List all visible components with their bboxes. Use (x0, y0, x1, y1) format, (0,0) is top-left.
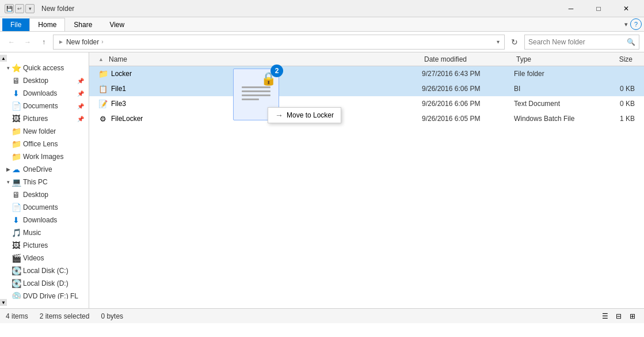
tab-file[interactable]: File (2, 18, 29, 31)
sidebar-label: Music (23, 229, 41, 237)
sidebar-label: Office Lens (23, 140, 58, 148)
sidebar-label: This PC (23, 178, 48, 186)
table-row[interactable]: 📝 File3 9/26/2016 6:06 PM Text Document … (89, 96, 644, 111)
sidebar-item-downloads-qa[interactable]: ⬇ Downloads 📌 (0, 87, 89, 100)
file-date: 9/27/2016 6:43 PM (422, 70, 514, 78)
sidebar-item-onedrive[interactable]: ▶ ☁ OneDrive (0, 163, 89, 176)
sidebar-label: Pictures (23, 115, 48, 123)
col-header-type[interactable]: Type (514, 55, 589, 63)
table-row[interactable]: 📁 Locker 9/27/2016 6:43 PM File folder (89, 66, 644, 81)
address-dropdown-button[interactable]: ▾ (497, 39, 500, 45)
tab-view[interactable]: View (101, 18, 133, 31)
col-type-label: Type (516, 55, 531, 63)
status-bar: 4 items 2 items selected 0 bytes ☰ ⊟ ⊞ (0, 308, 644, 323)
path-chevron: ► (58, 39, 64, 45)
sidebar-label: Work Images (23, 153, 63, 161)
file-size: 0 KB (589, 100, 635, 108)
col-date-label: Date modified (424, 55, 467, 63)
view-list-button[interactable]: ☰ (599, 311, 611, 322)
sidebar-label: Quick access (23, 64, 64, 72)
sidebar-item-local-d[interactable]: 💽 Local Disk (D:) (0, 277, 89, 290)
bat-file-icon: ⚙ (98, 114, 108, 123)
sidebar-label: Local Disk (C:) (23, 267, 68, 275)
sidebar-item-new-folder[interactable]: 📁 New folder (0, 125, 89, 138)
view-controls: ☰ ⊟ ⊞ (599, 311, 638, 322)
path-segment: New folder (66, 38, 99, 46)
sidebar-label: DVD Drive (F:) FL (23, 292, 78, 299)
status-item-count: 4 items (6, 312, 28, 320)
documents-icon: 📄 (12, 203, 21, 212)
window-title: New folder (41, 5, 74, 13)
sidebar-item-dvd-f[interactable]: 💿 DVD Drive (F:) FL (0, 290, 89, 299)
file-type: Text Document (514, 100, 589, 108)
save-quick-btn[interactable]: 💾 (5, 4, 14, 13)
view-details-button[interactable]: ⊟ (613, 311, 624, 322)
sidebar-item-this-pc[interactable]: ▾ 💻 This PC (0, 176, 89, 188)
file-size: 1 KB (589, 115, 635, 123)
search-input[interactable] (528, 38, 624, 46)
sidebar-item-office-lens[interactable]: 📁 Office Lens (0, 138, 89, 150)
onedrive-icon: ☁ (12, 165, 21, 174)
sidebar-item-music[interactable]: 🎵 Music (0, 226, 89, 239)
sidebar-item-documents-pc[interactable]: 📄 Documents (0, 201, 89, 214)
address-path[interactable]: ► New folder › ▾ (53, 35, 505, 50)
tooltip-label: Move to Locker (287, 111, 334, 119)
sidebar-item-pictures-pc[interactable]: 🖼 Pictures (0, 239, 89, 252)
search-box[interactable]: 🔍 (524, 35, 639, 50)
nav-up-button[interactable]: ↑ (37, 35, 51, 49)
nav-forward-button[interactable]: → (21, 35, 35, 49)
disk-icon: 💽 (12, 266, 21, 275)
redo-quick-btn[interactable]: ▾ (25, 4, 35, 13)
file-date: 9/26/2016 6:06 PM (422, 100, 514, 108)
nav-back-button[interactable]: ← (5, 35, 18, 49)
sidebar-scroll-down[interactable]: ▼ (0, 299, 7, 306)
file-name: FileLocker (111, 115, 422, 123)
sidebar-item-local-c[interactable]: 💽 Local Disk (C:) (0, 264, 89, 277)
downloads-icon: ⬇ (12, 89, 21, 98)
refresh-button[interactable]: ↻ (507, 35, 522, 50)
sidebar-item-documents-qa[interactable]: 📄 Documents 📌 (0, 100, 89, 112)
col-header-date[interactable]: Date modified (422, 55, 514, 63)
expand-icon: ▾ (5, 65, 12, 71)
table-row[interactable]: 📋 File1 9/26/2016 6:06 PM BI 0 KB (89, 81, 644, 96)
close-button[interactable]: ✕ (613, 0, 639, 17)
undo-quick-btn[interactable]: ↩ (15, 4, 24, 13)
computer-icon: 💻 (12, 177, 21, 187)
sidebar-label: Videos (23, 254, 44, 262)
file-type: BI (514, 85, 589, 93)
sidebar-label: New folder (23, 127, 56, 135)
window-controls: ─ □ ✕ (558, 0, 639, 17)
file-icon: 📝 (98, 99, 108, 108)
dvd-icon: 💿 (12, 291, 21, 299)
sidebar-item-work-images[interactable]: 📁 Work Images (0, 150, 89, 163)
title-bar: 💾 ↩ ▾ New folder ─ □ ✕ (0, 0, 644, 17)
col-header-name[interactable]: Name (106, 55, 422, 63)
content-area: ▲ Name Date modified Type Size 📁 Locker … (89, 52, 644, 308)
maximize-button[interactable]: □ (585, 0, 612, 17)
sidebar-item-pictures-qa[interactable]: 🖼 Pictures 📌 (0, 112, 89, 125)
tooltip-arrow-icon: → (275, 111, 283, 120)
minimize-button[interactable]: ─ (558, 0, 584, 17)
view-tiles-button[interactable]: ⊞ (627, 311, 638, 322)
table-row[interactable]: ⚙ FileLocker 9/26/2016 6:05 PM Windows B… (89, 111, 644, 126)
expand-icon: ▾ (5, 179, 12, 185)
tab-home[interactable]: Home (29, 18, 65, 31)
file-type: File folder (514, 70, 589, 78)
file-size: 0 KB (589, 85, 635, 93)
sidebar-item-desktop-qa[interactable]: 🖥 Desktop 📌 (0, 74, 89, 87)
col-sort-arrow: ▲ (98, 56, 105, 62)
sidebar-item-videos[interactable]: 🎬 Videos (0, 252, 89, 264)
sidebar-label: Desktop (23, 191, 48, 199)
column-headers: ▲ Name Date modified Type Size (89, 52, 644, 66)
sidebar-item-downloads-pc[interactable]: ⬇ Downloads (0, 214, 89, 226)
sidebar-label: Pictures (23, 241, 48, 249)
col-name-label: Name (109, 55, 127, 63)
pictures-icon: 🖼 (12, 114, 21, 123)
disk-icon: 💽 (12, 279, 21, 288)
help-button[interactable]: ? (630, 18, 642, 30)
sidebar-item-desktop-pc[interactable]: 🖥 Desktop (0, 188, 89, 201)
sidebar-item-quick-access[interactable]: ▾ ⭐ Quick access (0, 62, 89, 74)
tab-share[interactable]: Share (65, 18, 101, 31)
col-header-size[interactable]: Size (589, 55, 635, 63)
sidebar-scroll-up[interactable]: ▲ (0, 55, 7, 62)
